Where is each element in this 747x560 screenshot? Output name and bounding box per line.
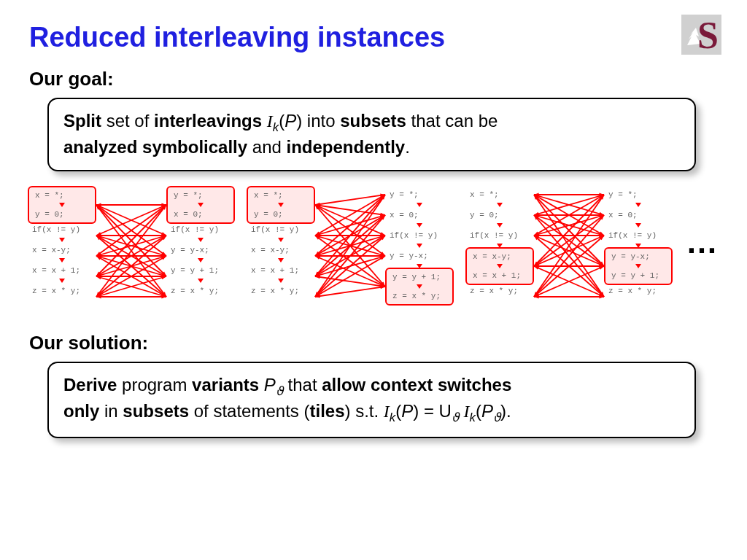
svg-marker-169 [534, 212, 539, 216]
code-statement: z = x * y; [248, 284, 314, 298]
svg-line-200 [534, 215, 604, 266]
code-statement: if(x != y) [605, 228, 671, 243]
svg-marker-81 [380, 213, 385, 217]
svg-marker-183 [599, 195, 604, 198]
code-statement: y = 0; [467, 208, 533, 222]
svg-line-29 [96, 236, 166, 297]
code-statement: if(x != y) [248, 222, 314, 237]
svg-marker-100 [315, 233, 320, 237]
svg-marker-124 [315, 271, 320, 276]
slide-title: Reduced interleaving instances [29, 22, 718, 53]
svg-line-215 [534, 215, 604, 297]
code-statement: y = *; [605, 187, 671, 202]
svg-marker-88 [315, 205, 320, 209]
svg-marker-211 [534, 266, 539, 270]
svg-marker-72 [161, 276, 166, 279]
code-statement: y = y + 1; [390, 271, 449, 284]
svg-marker-78 [380, 193, 385, 197]
svg-marker-58 [96, 274, 101, 278]
tile: x = *;y = 0; [247, 186, 315, 224]
svg-marker-123 [381, 195, 385, 200]
svg-line-194 [534, 236, 604, 297]
svg-marker-189 [599, 233, 604, 237]
svg-marker-73 [96, 294, 101, 298]
svg-marker-31 [96, 236, 101, 240]
svg-marker-117 [380, 254, 385, 257]
goal-heading: Our goal: [29, 68, 718, 90]
svg-marker-121 [315, 256, 320, 260]
svg-marker-159 [599, 231, 604, 235]
svg-line-161 [534, 195, 604, 266]
svg-marker-34 [96, 252, 101, 256]
svg-line-221 [534, 266, 604, 297]
code-statement: if(x != y) [467, 228, 533, 243]
svg-marker-220 [534, 292, 539, 297]
svg-marker-64 [96, 292, 101, 297]
code-statement: y = y + 1; [168, 263, 233, 278]
svg-marker-96 [380, 214, 385, 218]
code-statement: z = x * y; [605, 284, 671, 298]
svg-marker-129 [380, 236, 385, 239]
svg-marker-55 [96, 273, 101, 277]
svg-line-107 [315, 195, 385, 256]
code-statement: x = x + 1; [248, 263, 314, 278]
svg-marker-217 [534, 292, 538, 297]
svg-line-149 [315, 287, 385, 297]
svg-marker-97 [315, 233, 320, 236]
svg-line-71 [96, 276, 166, 297]
ellipsis: … [686, 224, 718, 282]
svg-marker-171 [599, 213, 604, 217]
svg-line-86 [315, 205, 385, 256]
solution-heading: Our solution: [29, 332, 718, 354]
svg-line-191 [534, 236, 604, 266]
svg-line-155 [534, 195, 604, 215]
svg-marker-118 [315, 254, 320, 257]
svg-marker-43 [96, 255, 101, 259]
svg-line-50 [96, 236, 166, 276]
svg-marker-54 [161, 255, 166, 259]
svg-line-113 [315, 236, 385, 256]
svg-line-68 [96, 256, 166, 297]
svg-marker-187 [534, 233, 539, 236]
svg-marker-130 [315, 272, 320, 276]
svg-marker-186 [599, 214, 604, 218]
svg-line-59 [96, 276, 166, 297]
svg-line-110 [315, 215, 385, 256]
code-statement: if(x != y) [29, 222, 95, 237]
svg-marker-192 [599, 262, 604, 266]
svg-marker-156 [599, 212, 604, 216]
code-statement: y = y + 1; [608, 269, 668, 282]
svg-marker-204 [599, 236, 604, 239]
svg-marker-226 [534, 295, 539, 298]
svg-marker-126 [380, 215, 385, 219]
svg-marker-24 [161, 253, 166, 257]
svg-line-23 [96, 236, 166, 256]
svg-marker-199 [534, 261, 538, 265]
code-statement: x = 0; [387, 208, 452, 222]
svg-marker-219 [599, 236, 604, 240]
tile: y = y-x;y = y + 1; [604, 247, 673, 285]
code-statement: if(x != y) [387, 228, 452, 243]
svg-marker-165 [600, 292, 604, 297]
svg-marker-151 [315, 295, 320, 298]
svg-marker-136 [315, 275, 320, 279]
svg-line-104 [315, 236, 385, 287]
svg-marker-102 [380, 253, 385, 257]
svg-line-83 [315, 205, 385, 236]
svg-marker-198 [600, 195, 604, 199]
svg-marker-25 [96, 235, 101, 238]
svg-marker-12 [162, 271, 166, 276]
svg-marker-66 [161, 236, 166, 240]
svg-marker-138 [381, 195, 385, 200]
interleaving-diagram-1: x = *;y = 0;if(x != y)x = x-y;x = x + 1;… [29, 187, 233, 319]
svg-marker-148 [315, 292, 320, 296]
svg-marker-51 [161, 236, 166, 239]
svg-marker-93 [380, 195, 385, 198]
svg-marker-10 [96, 205, 101, 209]
svg-marker-49 [96, 271, 101, 276]
svg-marker-85 [315, 205, 320, 209]
svg-marker-178 [534, 215, 539, 219]
svg-line-101 [315, 236, 385, 256]
interleaving-diagram-2: x = *;y = 0;if(x != y)x = x-y;x = x + 1;… [248, 187, 452, 319]
svg-marker-154 [534, 192, 539, 196]
